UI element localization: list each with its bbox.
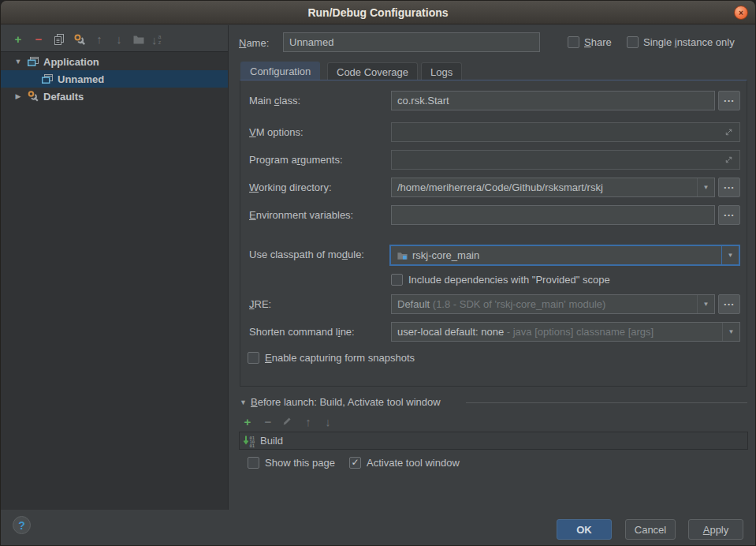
environment-variables-label: Environment variables:	[249, 208, 353, 222]
tree-item-unnamed[interactable]: Unnamed	[1, 70, 228, 88]
activate-tool-window-checkbox[interactable]: ✓	[349, 457, 361, 469]
use-classpath-combobox[interactable]: rskj-core_main ▼	[389, 245, 740, 266]
folder-icon[interactable]	[132, 33, 147, 47]
environment-variables-browse-button[interactable]: ...	[718, 205, 740, 225]
move-down-icon[interactable]: ↓	[112, 32, 126, 47]
enable-capturing-checkbox[interactable]: ✓	[248, 352, 259, 364]
move-task-down-icon[interactable]: ↓	[321, 415, 335, 429]
vm-options-input[interactable]	[391, 122, 740, 142]
run-debug-configurations-dialog: Run/Debug Configurations × + − ↑ ↓ ↓ a z…	[0, 0, 756, 546]
jre-label: JRE:	[249, 297, 271, 311]
help-icon[interactable]: ?	[13, 516, 31, 534]
enable-capturing-label: Enable capturing form snapshots	[265, 351, 415, 365]
chevron-right-icon[interactable]: ▶	[13, 92, 23, 100]
single-instance-checkbox[interactable]: ✓	[627, 36, 639, 48]
tree-item-label: Unnamed	[58, 73, 104, 85]
dropdown-arrow-icon[interactable]: ▼	[697, 295, 714, 313]
before-launch-task-list: 011001 Build	[239, 432, 748, 450]
tree-item-label: Application	[43, 56, 99, 68]
remove-task-icon[interactable]: −	[261, 415, 275, 429]
vm-options-label: VM options:	[249, 125, 304, 139]
include-provided-checkbox[interactable]: ✓	[391, 274, 403, 286]
main-class-label: Main class:	[249, 94, 300, 107]
dropdown-arrow-icon[interactable]: ▼	[697, 178, 714, 196]
remove-configuration-icon[interactable]: −	[32, 32, 46, 47]
add-configuration-icon[interactable]: +	[11, 32, 25, 47]
application-icon	[27, 55, 39, 68]
single-instance-label: Single instance only	[643, 36, 735, 49]
tab-code-coverage[interactable]: Code Coverage	[327, 62, 418, 80]
expand-field-icon[interactable]	[724, 155, 734, 165]
edit-defaults-wrench-icon[interactable]	[73, 33, 88, 47]
name-label: Name:	[239, 36, 269, 50]
program-arguments-label: Program arguments:	[249, 153, 343, 166]
move-task-up-icon[interactable]: ↑	[301, 415, 315, 429]
module-icon	[397, 249, 408, 261]
apply-button[interactable]: Apply	[688, 519, 743, 540]
dialog-title: Run/Debug Configurations	[307, 6, 448, 19]
tab-logs[interactable]: Logs	[421, 62, 462, 80]
cancel-button[interactable]: Cancel	[625, 519, 676, 540]
expand-field-icon[interactable]	[724, 127, 734, 137]
shorten-command-line-label: Shorten command line:	[249, 325, 355, 338]
svg-text:01: 01	[250, 443, 255, 447]
application-icon	[41, 73, 54, 85]
show-this-page-checkbox[interactable]: ✓	[248, 457, 259, 469]
collapse-triangle-icon[interactable]: ▼	[240, 396, 247, 410]
share-checkbox[interactable]: ✓	[568, 36, 579, 48]
use-classpath-label: Use classpath of module:	[249, 248, 364, 261]
environment-variables-input[interactable]	[391, 205, 715, 225]
defaults-wrench-icon	[27, 90, 39, 103]
tree-item-label: Defaults	[43, 91, 84, 103]
working-directory-browse-button[interactable]: ...	[718, 178, 740, 197]
chevron-down-icon[interactable]: ▼	[13, 58, 23, 65]
tab-configuration[interactable]: Configuration	[240, 62, 320, 80]
panel-divider	[228, 25, 229, 510]
build-icon: 011001	[243, 435, 255, 447]
activate-tool-window-label: Activate tool window	[367, 456, 460, 469]
close-icon[interactable]: ×	[734, 6, 748, 20]
before-launch-title[interactable]: Before launch: Build, Activate tool wind…	[251, 395, 441, 409]
share-label: Share	[584, 36, 612, 49]
shorten-command-line-combobox[interactable]: user-local default: none - java [options…	[391, 322, 740, 342]
task-item-label[interactable]: Build	[260, 435, 283, 447]
copy-configuration-icon[interactable]	[53, 33, 67, 47]
sort-configurations-icon[interactable]: ↓ a z	[151, 32, 169, 47]
dropdown-arrow-icon[interactable]: ▼	[721, 246, 739, 264]
ok-button[interactable]: OK	[557, 519, 612, 540]
jre-browse-button[interactable]: ...	[718, 294, 740, 314]
edit-task-pencil-icon[interactable]	[281, 416, 296, 430]
section-divider	[466, 402, 747, 403]
titlebar: Run/Debug Configurations ×	[1, 1, 755, 24]
main-class-browse-button[interactable]: ...	[718, 91, 740, 110]
jre-combobox[interactable]: Default (1.8 - SDK of 'rskj-core_main' m…	[391, 294, 715, 314]
name-input[interactable]	[283, 32, 540, 52]
working-directory-combobox[interactable]: /home/meriherrera/Code/Github/rsksmart/r…	[391, 178, 715, 197]
show-this-page-label: Show this page	[265, 456, 335, 469]
tree-item-application[interactable]: ▼ Application	[1, 53, 228, 70]
working-directory-label: Working directory:	[249, 181, 332, 194]
tree-item-defaults[interactable]: ▶ Defaults	[1, 88, 228, 105]
main-class-input[interactable]	[391, 91, 715, 110]
add-task-icon[interactable]: +	[240, 415, 255, 429]
include-provided-label: Include dependencies with "Provided" sco…	[408, 273, 610, 286]
move-up-icon[interactable]: ↑	[92, 32, 106, 47]
configurations-tree: ▼ Application Unnamed ▶ Defaults	[1, 51, 228, 510]
program-arguments-input[interactable]	[391, 150, 740, 170]
dropdown-arrow-icon[interactable]: ▼	[722, 323, 739, 341]
